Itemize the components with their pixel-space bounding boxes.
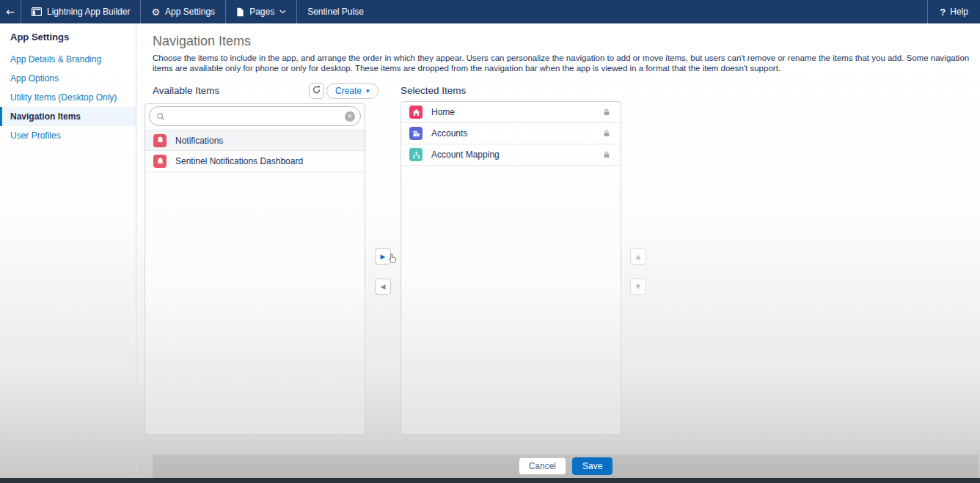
hierarchy-icon (409, 148, 423, 161)
clear-search-icon[interactable]: × (345, 111, 355, 122)
chevron-down-icon (279, 10, 286, 14)
sidebar-item-app-options[interactable]: App Options (0, 69, 136, 88)
save-button[interactable]: Save (572, 457, 612, 475)
page-description: Choose the items to include in the app, … (153, 53, 974, 73)
app-name-label: Sentinel Pulse (307, 7, 364, 17)
available-item-label: Notifications (175, 136, 223, 146)
nav-pages[interactable]: Pages (226, 0, 297, 23)
selected-items-panel: Home Accounts Account Mapping (401, 101, 621, 435)
bell-icon (153, 134, 167, 147)
settings-sidebar: App Settings App Details & Branding App … (0, 23, 136, 478)
create-button-label: Create (335, 86, 362, 96)
back-arrow-icon: ← (6, 6, 15, 18)
search-box: × (149, 106, 361, 126)
nav-pages-label: Pages (249, 7, 274, 17)
selected-item-label: Accounts (431, 128, 467, 139)
selected-item-row[interactable]: Accounts (401, 123, 621, 144)
home-icon (409, 106, 423, 119)
available-item-row[interactable]: Notifications (145, 130, 365, 151)
bell-icon (153, 155, 167, 168)
navbar-spacer (374, 0, 927, 23)
sidebar-item-user-profiles[interactable]: User Profiles (0, 126, 136, 145)
available-item-row[interactable]: Sentinel Notifications Dashboard (145, 151, 365, 172)
nav-lightning-app-builder[interactable]: Lightning App Builder (21, 0, 141, 23)
lock-icon (601, 150, 612, 160)
move-up-button[interactable]: ▲ (630, 248, 646, 265)
cancel-button[interactable]: Cancel (519, 457, 566, 475)
refresh-icon (312, 84, 321, 97)
footer-action-bar: Cancel Save (153, 454, 979, 478)
accounts-icon (409, 127, 423, 140)
help-button[interactable]: ? Help (927, 0, 980, 23)
help-label: Help (950, 7, 968, 17)
selected-item-row[interactable]: Home (401, 102, 621, 123)
nav-builder-label: Lightning App Builder (47, 7, 130, 17)
selected-item-label: Home (431, 107, 455, 117)
caret-down-icon: ▾ (366, 87, 370, 95)
search-input[interactable] (149, 106, 361, 126)
refresh-button[interactable] (309, 83, 324, 99)
nav-app-name: Sentinel Pulse (297, 0, 374, 23)
move-left-button[interactable]: ◀ (375, 279, 391, 295)
available-items-panel: × Notifications Sentinel Notifications D… (145, 103, 365, 435)
page-icon (236, 7, 244, 17)
content-area: App Settings App Details & Branding App … (0, 23, 980, 478)
create-button[interactable]: Create ▾ (326, 83, 379, 99)
lock-icon (601, 107, 612, 117)
selected-item-label: Account Mapping (431, 150, 500, 160)
sidebar-title: App Settings (0, 23, 136, 50)
gear-icon: ⚙ (151, 7, 160, 18)
back-button[interactable]: ← (0, 0, 21, 23)
search-icon (156, 111, 166, 125)
move-down-button[interactable]: ▼ (630, 279, 646, 295)
move-right-button[interactable]: ▶ (375, 248, 391, 265)
selected-item-row[interactable]: Account Mapping (401, 144, 621, 166)
nav-settings-label: App Settings (165, 7, 215, 17)
top-navbar: ← Lightning App Builder ⚙ App Settings P… (0, 0, 980, 23)
sidebar-item-navigation-items[interactable]: Navigation Items (0, 107, 136, 126)
available-items-heading: Available Items (153, 85, 219, 96)
window-bottom-edge (0, 478, 980, 483)
selected-items-heading: Selected Items (401, 85, 466, 96)
page-title: Navigation Items (153, 34, 251, 49)
sidebar-item-app-details-branding[interactable]: App Details & Branding (0, 50, 136, 69)
sidebar-item-utility-items[interactable]: Utility Items (Desktop Only) (0, 88, 136, 107)
nav-app-settings[interactable]: ⚙ App Settings (141, 0, 226, 23)
available-item-label: Sentinel Notifications Dashboard (175, 156, 303, 166)
app-builder-window-icon (32, 7, 42, 16)
help-icon: ? (940, 7, 946, 18)
lock-icon (601, 128, 612, 139)
